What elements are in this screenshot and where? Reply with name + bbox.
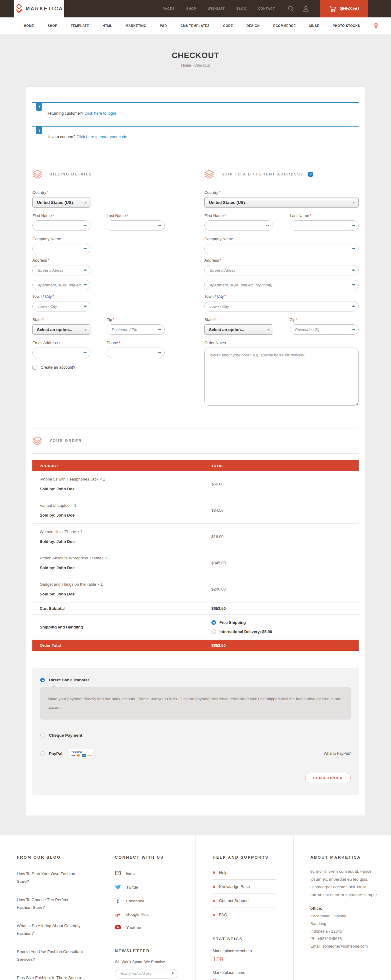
google-plus-link[interactable]: g+ Google Plus [115,908,184,921]
nav-psd[interactable]: PSD [160,24,167,27]
billing-last-name-input[interactable] [106,220,165,231]
cart-button[interactable]: $653.50 [320,0,368,18]
nav-html[interactable]: HTML [103,24,112,27]
product-total: $200.00 [211,587,226,592]
envelope-icon [115,871,121,875]
login-link[interactable]: Click here to login [84,111,116,116]
blog-post-link[interactable]: How To Choose The Perfect Fashion Store? [17,891,83,917]
bank-transfer-option[interactable]: Direct Bank Transfer [40,678,351,682]
bank-transfer-radio[interactable] [40,678,45,682]
header-nav-blog[interactable]: BLOG [237,7,246,10]
youtube-link[interactable]: Youtube [115,921,184,934]
shipping-first-name-input[interactable] [204,220,273,231]
nav-ecommerce[interactable]: ECOMMERCE [273,24,296,27]
order-notes-textarea[interactable] [204,348,359,406]
header-nav-pages[interactable]: PAGES [163,7,175,10]
billing-phone-input[interactable] [106,348,165,358]
free-shipping-radio[interactable] [211,620,216,625]
nav-marketing[interactable]: MARKETING [126,24,146,27]
cheque-payment-radio[interactable] [40,733,45,738]
billing-apartment-input[interactable] [32,280,91,290]
email-link[interactable]: Email [115,867,184,880]
nav-code[interactable]: CODE [223,24,233,27]
create-account-checkbox[interactable] [32,365,37,369]
international-delivery-option[interactable]: International Delivery: $5.90 [211,629,272,634]
billing-email-input[interactable] [32,348,91,358]
user-account-icon[interactable] [303,5,309,12]
help-link: Help [213,865,276,880]
billing-phone-label: Phone [106,340,118,345]
breadcrumb-home[interactable]: Home [181,63,191,68]
create-account-row[interactable]: Create an account? [32,365,165,369]
marketplace-items-label: Marketplace Items [213,970,281,975]
billing-state-select[interactable]: Select an option...▾ [32,325,91,335]
facebook-link[interactable]: f Facebook [115,894,184,908]
blog-post-link[interactable]: How To Start Your Own Fashion Store? [17,865,83,891]
billing-country-select[interactable]: United States (US)▾ [32,197,91,208]
billing-first-name-input[interactable] [32,220,91,231]
cheque-payment-option[interactable]: Cheque Payment [40,733,351,738]
your-order-heading: YOUR ORDER [49,439,82,443]
paypal-option[interactable]: PayPal P PayPal VISA AMEX DISCOVER What … [40,749,351,759]
search-icon[interactable] [288,5,294,12]
bullet-icon [213,886,215,888]
header-nav-shop[interactable]: SHOP [186,7,196,10]
product-seller: Sold by: John Doe [40,539,211,544]
shipping-town-input[interactable] [204,301,359,312]
billing-town-label: Town / City [32,294,52,299]
header-nav-wishlist[interactable]: WISHLIST [208,7,225,10]
billing-street-input[interactable] [32,265,91,275]
returning-customer-text: Returning customer? [46,111,83,116]
header-nav-contact[interactable]: CONTACT [258,7,275,10]
shipping-country-select[interactable]: United States (US)▾ [204,197,359,208]
product-seller: Sold by: John Doe [40,513,211,517]
tag-logo-icon [15,4,23,14]
shipping-last-name-input[interactable] [290,220,359,231]
footer-about-column: ABOUT MARKETICA ec mollis lorem consequa… [293,835,391,980]
nav-template[interactable]: TEMPLATE [71,24,89,27]
newsletter-heading: NEWSLETTER [115,948,184,953]
cart-icon [329,5,337,12]
logo[interactable]: MARKETICA [14,0,64,18]
place-order-button[interactable]: PLACE ORDER [305,773,351,783]
footer-blog-column: FROM OUR BLOG How To Start Your Own Fash… [0,835,98,980]
international-delivery-radio[interactable] [211,629,216,634]
billing-town-input[interactable] [32,301,91,312]
shipping-zip-input[interactable] [290,325,359,335]
nav-home[interactable]: HOME [24,24,34,27]
blog-post-link[interactable]: Plus Size Fashion: Is There Such a Thing… [17,969,83,980]
shipping-state-select[interactable]: Select an option...▾ [204,325,273,335]
shipping-first-name-label: First Name [204,213,224,218]
free-shipping-option[interactable]: Free Shipping [211,620,272,625]
blog-post-link[interactable]: What is So Alluring About Celebrity Fash… [17,917,83,943]
paypal-radio[interactable] [40,751,45,756]
product-name: Proton Absolute Wordpress Themes × 1 [40,556,211,560]
order-row: iPhone 5s with Headphones Jack × 1Sold b… [32,471,359,497]
twitter-icon [115,885,121,889]
header-nav: PAGES SHOP WISHLIST BLOG CONTACT [163,7,275,10]
billing-zip-input[interactable] [106,325,165,335]
shipping-town-label: Town / City [204,294,224,299]
nav-shop[interactable]: SHOP [48,24,57,27]
shipping-company-label: Company Name [204,237,233,241]
shipping-street-input[interactable] [204,265,359,275]
nav-photo-stocks[interactable]: PHOTO STOCKS [333,24,360,27]
nav-design[interactable]: DESIGN [246,24,260,27]
shipping-company-input[interactable] [204,243,359,254]
coupon-link[interactable]: Click here to enter your code [76,135,127,139]
red-tag-icon[interactable] [374,23,378,29]
nav-muse[interactable]: MUSE [310,24,319,27]
ship-different-checkbox[interactable]: ✓ [308,172,313,177]
twitter-link[interactable]: Twitter [115,880,184,894]
what-is-paypal-link[interactable]: What is PayPal? [324,751,351,756]
about-heading: ABOUT MARKETICA [310,855,379,859]
breadcrumb: Home › Checkout [0,63,391,68]
newsletter-email-input[interactable] [115,969,178,978]
layers-icon [32,436,42,445]
blog-post-link[interactable]: Should You Use Fashion Consultant Servic… [17,943,83,969]
nav-cms-templates[interactable]: CMS TEMPLATES [181,24,210,27]
order-row: Women Hold iPhone × 1Sold by: John Doe $… [32,523,359,550]
billing-company-input[interactable] [32,243,91,254]
billing-form: Country* United States (US)▾ First Name*… [32,188,165,411]
shipping-apartment-input[interactable] [204,280,359,290]
